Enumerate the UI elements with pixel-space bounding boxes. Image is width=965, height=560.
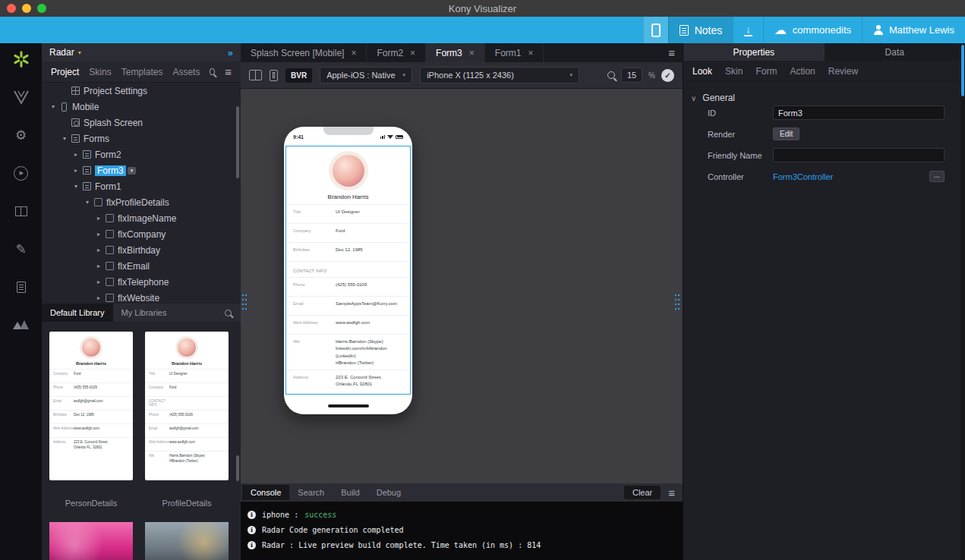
subtab-form[interactable]: Form [755,66,777,77]
search-icon[interactable] [210,68,215,75]
tree-expand-icon[interactable]: ▸ [71,167,81,174]
tab-build[interactable]: Build [333,485,367,500]
left-splitter-grip[interactable] [241,293,247,313]
id-input[interactable] [773,105,945,120]
bvr-button[interactable]: BVR [285,68,312,83]
close-tab-icon[interactable]: × [528,48,533,58]
controller-more-button[interactable]: ... [929,171,945,182]
close-tab-icon[interactable]: × [410,48,415,58]
properties-scrollbar[interactable] [960,43,965,560]
tab-console[interactable]: Console [242,485,289,500]
tree-item[interactable]: ▸ Form3 ▾ [42,162,241,178]
friendly-name-input[interactable] [773,148,945,162]
device-frame-icon[interactable] [270,70,278,81]
form3-design-surface[interactable]: Brandon Harris Title UI Designer Company [285,146,411,395]
workspace-panels-icon[interactable] [10,201,33,221]
zoom-window-button[interactable] [37,4,46,13]
profile-field-row[interactable]: Title UI Designer [286,204,410,223]
tab-project[interactable]: Project [51,67,79,77]
tab-form1[interactable]: Form1 × [485,43,544,62]
tab-debug[interactable]: Debug [368,485,409,500]
explorer-scrollbar[interactable] [236,106,239,178]
console-menu-icon[interactable]: ≡ [668,486,675,499]
tree-expand-icon[interactable]: ▾ [48,103,58,110]
library-thumb-city[interactable] [145,522,229,560]
library-scrollbar[interactable] [236,455,239,481]
tree-item[interactable]: ▸ flxTelephone ▾ [42,274,241,290]
editor-tabs-menu-icon[interactable]: ≡ [668,46,675,59]
platform-dropdown[interactable]: Apple-iOS : Native ▾ [320,67,412,83]
profile-field-row[interactable]: Birthdate Dec 12, 1985 [286,242,410,261]
subtab-look[interactable]: Look [692,66,712,77]
tree-expand-icon[interactable]: ▾ [82,199,93,206]
right-splitter-grip[interactable] [674,293,680,313]
close-tab-icon[interactable]: × [469,48,475,58]
zoom-level-input[interactable]: 15 [621,68,642,83]
tab-assets[interactable]: Assets [172,67,200,77]
library-card-profiledetails[interactable]: Brandon Harris Title UI Designer Company… [145,332,229,480]
profile-field-row[interactable]: Company Ford [286,223,410,242]
tree-item[interactable]: ▾ Mobile ▾ [42,99,241,115]
user-menu[interactable]: Matthew Lewis [862,17,965,43]
community-icon[interactable] [10,315,33,335]
tab-search[interactable]: Search [289,485,333,500]
tree-expand-icon[interactable]: ▸ [93,247,104,253]
tab-properties[interactable]: Properties [683,43,825,61]
tree-expand-icon[interactable]: ▸ [93,278,104,285]
tree-expand-icon[interactable]: ▸ [71,151,81,158]
zoom-icon[interactable] [607,71,615,79]
profile-field-row[interactable]: Email SampleAppsTeam@Kony.com [286,296,410,315]
cloud-account-button[interactable]: ☁ commonedits [763,17,862,43]
subtab-review[interactable]: Review [828,66,858,77]
publish-download-button[interactable]: ↓ [733,17,763,43]
general-section-header[interactable]: ∨ General [683,82,965,103]
tab-skins[interactable]: Skins [89,67,111,77]
tab-form3[interactable]: Form3 × [426,43,485,62]
tree-expand-icon[interactable]: ▸ [93,231,104,238]
profile-field-row[interactable]: IMs Harris.Barndon (Skype) linkedin.com/… [286,334,410,370]
tree-expand-icon[interactable]: ▸ [93,215,104,222]
annotate-pen-icon[interactable]: ✎ [10,239,33,259]
tab-splash-screen[interactable]: Splash Screen [Mobile] × [241,43,367,62]
library-search-icon[interactable] [225,310,232,316]
tree-expand-icon[interactable]: ▾ [59,135,70,142]
device-dropdown[interactable]: iPhone X (1125 x 2436) ▾ [420,67,579,83]
apply-check-icon[interactable]: ✓ [661,69,674,82]
profile-field-row[interactable]: Address 223 E. Concord Street, Orlando,F… [286,370,410,392]
subtab-skin[interactable]: Skin [725,66,743,77]
tab-data[interactable]: Data [825,43,965,61]
library-thumb-crowd[interactable] [49,522,133,560]
device-preview-button[interactable] [643,17,668,43]
tree-item[interactable]: ▸ flxBirthday ▾ [42,242,241,258]
tab-my-libraries[interactable]: My Libraries [113,304,175,322]
tree-item[interactable]: ▸ flxCompany ▾ [42,226,241,242]
profile-header[interactable]: Brandon Harris [286,146,410,204]
preview-play-icon[interactable]: ▶ [10,163,33,183]
tree-expand-icon[interactable]: ▸ [93,263,104,269]
notes-button[interactable]: Notes [668,17,733,43]
tree-item[interactable]: ▸ Form2 ▾ [42,146,241,162]
close-tab-icon[interactable]: × [351,48,356,58]
tree-expand-icon[interactable]: ▾ [71,183,81,190]
documents-icon[interactable] [10,277,33,297]
tree-item[interactable]: ▾ flxProfileDetails ▾ [42,194,241,210]
tree-item[interactable]: ▾ Forms ▾ [42,131,241,146]
profile-field-row[interactable]: Phone (425) 555-0109 [286,277,410,296]
profile-field-row[interactable]: Web Address www.asdfgh.com [286,315,410,334]
tree-item[interactable]: ▸ flxImageName ▾ [42,210,241,226]
settings-gear-icon[interactable]: ⚙ [10,125,33,145]
scrollbar-thumb[interactable] [961,45,964,96]
tree-item[interactable]: Splash Screen ▾ [42,115,241,131]
explorer-menu-icon[interactable]: ≡ [225,65,232,78]
controller-link[interactable]: Form3Controller [773,172,833,181]
tree-item[interactable]: ▸ flxEmail ▾ [42,258,241,274]
tree-expand-icon[interactable]: ▸ [93,294,104,301]
storyboard-icon[interactable] [249,70,262,80]
tree-item[interactable]: ▸ flxWebsite ▾ [42,290,241,304]
collapse-panel-icon[interactable]: » [228,47,233,58]
design-canvas[interactable]: 9:41 Brandon Harris [241,89,683,483]
tree-item[interactable]: ▾ Form1 ▾ [42,178,241,194]
window-controls[interactable] [7,4,46,13]
close-window-button[interactable] [7,4,16,13]
library-card-persondetails[interactable]: Brandon Harris Company Ford Phone (425) … [49,332,133,480]
